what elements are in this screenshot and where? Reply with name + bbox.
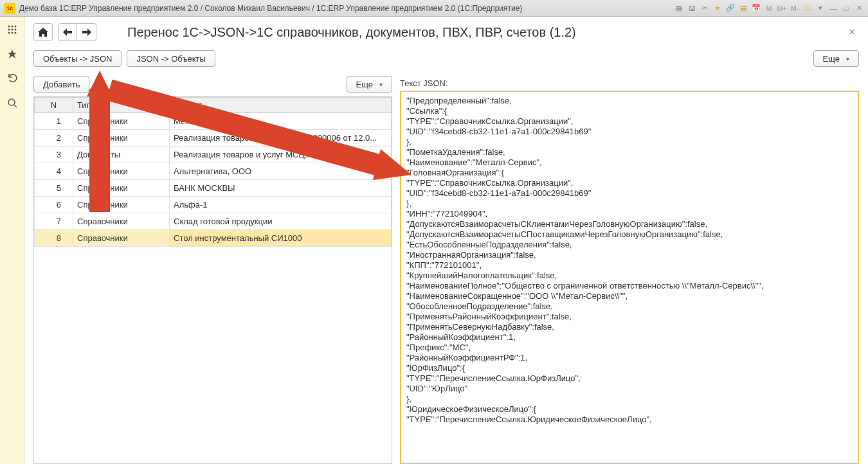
memory-mminus-button[interactable]: M- [790, 3, 800, 13]
memory-mplus-button[interactable]: M+ [777, 3, 787, 13]
app-logo-icon: 1c [4, 3, 15, 14]
forward-button[interactable] [77, 23, 96, 41]
page-title: Перенос 1С->JSON->1С справочников, докум… [127, 25, 840, 40]
link-icon[interactable]: 🔗 [725, 3, 736, 13]
json-to-objects-button[interactable]: JSON -> Объекты [127, 50, 215, 67]
table-row[interactable]: 8СправочникиСтол инструментальный СИ1000 [35, 230, 392, 247]
more-button[interactable]: Еще [813, 50, 859, 67]
svg-point-10 [8, 99, 15, 105]
json-label: Текст JSON: [400, 76, 859, 88]
dropdown-icon[interactable]: ▾ [815, 3, 826, 13]
search-icon[interactable] [6, 96, 19, 109]
svg-point-0 [8, 26, 10, 28]
toolbar-icon[interactable]: ▦ [674, 3, 684, 13]
svg-point-5 [14, 29, 16, 31]
table-row[interactable]: 6СправочникиАльфа-1 [35, 197, 392, 213]
svg-point-7 [11, 32, 13, 34]
toolbar-icon[interactable]: ✂ [700, 3, 710, 13]
window-title: Демо база 1С:ERP Управление предприятием… [19, 4, 674, 13]
toolbar-icon[interactable]: 🖫 [687, 3, 697, 13]
calculator-icon[interactable]: ▤ [738, 3, 748, 13]
star-icon[interactable] [6, 48, 19, 60]
objects-to-json-button[interactable]: Объекты -> JSON [33, 50, 122, 67]
svg-point-8 [14, 32, 16, 34]
home-button[interactable] [33, 23, 53, 41]
svg-point-3 [8, 29, 10, 31]
left-more-button[interactable]: Еще [347, 76, 392, 93]
info-icon[interactable]: ⓘ [802, 3, 813, 13]
json-textarea[interactable]: "Предопределенный":false, "Ссылка":{ "TY… [400, 91, 859, 464]
minimize-button[interactable]: — [828, 3, 838, 13]
svg-point-1 [11, 26, 13, 28]
memory-m-button[interactable]: M [764, 3, 774, 13]
col-type[interactable]: Тип [73, 98, 170, 113]
table-row[interactable]: 1СправочникиМеталл-Сервис [35, 113, 392, 130]
table-row[interactable]: 2СправочникиРеализация товаров и услуг М… [35, 130, 392, 147]
col-object[interactable]: Объект [170, 98, 392, 113]
history-icon[interactable] [6, 72, 19, 85]
apps-grid-icon[interactable] [6, 23, 19, 36]
add-button[interactable]: Добавить [33, 76, 89, 93]
back-button[interactable] [58, 23, 77, 41]
svg-point-2 [14, 26, 16, 28]
objects-table[interactable]: N Тип Объект 1СправочникиМеталл-Сервис2С… [33, 96, 392, 464]
col-n[interactable]: N [35, 98, 73, 113]
table-row[interactable]: 4СправочникиАльтернатива, ООО [35, 163, 392, 180]
favorite-icon[interactable]: ★ [712, 3, 723, 13]
svg-line-11 [14, 105, 17, 107]
calendar-icon[interactable]: 📅 [751, 3, 761, 13]
titlebar: 1c Демо база 1С:ERP Управление предприят… [0, 0, 868, 17]
close-button[interactable]: ✕ [854, 3, 864, 13]
table-row[interactable]: 5СправочникиБАНК МОСКВЫ [35, 180, 392, 197]
maximize-button[interactable]: □ [841, 3, 851, 13]
svg-point-4 [11, 29, 13, 31]
svg-point-6 [8, 32, 10, 34]
svg-marker-9 [8, 49, 17, 58]
close-page-button[interactable]: × [845, 26, 859, 38]
table-row[interactable]: 3ДокументыРеализация товаров и услуг МСЦ… [35, 147, 392, 163]
table-row[interactable]: 7СправочникиСклад готовой продукции [35, 213, 392, 230]
sidebar [0, 17, 24, 464]
